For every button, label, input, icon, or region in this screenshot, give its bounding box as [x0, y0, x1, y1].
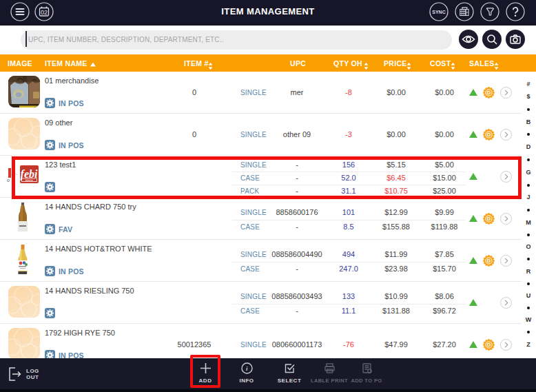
- svg-text:02: 02: [41, 9, 48, 16]
- svg-text:D: D: [487, 258, 491, 264]
- svg-text:D: D: [487, 216, 491, 222]
- svg-text:D: D: [487, 132, 491, 138]
- svg-text:D: D: [487, 90, 491, 96]
- svg-text:i: i: [246, 365, 248, 372]
- svg-text:SYNC: SYNC: [432, 10, 445, 14]
- svg-text:D: D: [487, 342, 491, 348]
